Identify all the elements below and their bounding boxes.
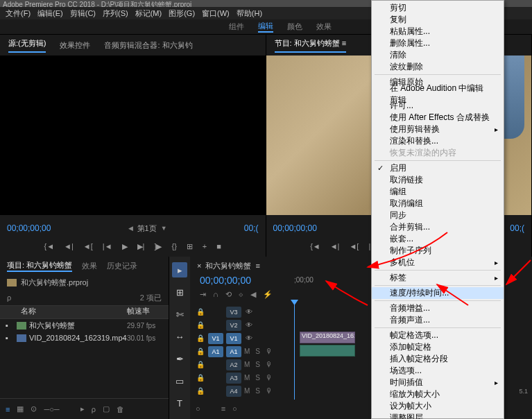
menu-item[interactable]: 编组 bbox=[372, 186, 504, 198]
menu-item[interactable]: 许可... bbox=[372, 100, 504, 112]
source-pager[interactable]: 第1页 bbox=[137, 223, 157, 234]
page-prev-icon[interactable]: ◀ bbox=[128, 225, 133, 232]
context-menu[interactable]: 剪切复制粘贴属性...删除属性...清除波纹删除编辑原始在 Adobe Audi… bbox=[371, 0, 504, 419]
project-row[interactable]: ▪和六舅钓螃蟹29.97 fps bbox=[0, 319, 169, 332]
menu-item[interactable]: 图形(G) bbox=[166, 8, 198, 19]
row-checkbox[interactable]: ▪ bbox=[0, 334, 14, 342]
track-control[interactable]: 🎙 bbox=[266, 387, 273, 395]
transport-button[interactable]: {◄ bbox=[310, 242, 320, 250]
project-tab[interactable]: 效果 bbox=[82, 261, 97, 271]
transport-button[interactable]: ▶ bbox=[122, 242, 128, 251]
track-control[interactable]: M bbox=[244, 374, 250, 382]
menu-item[interactable]: 标签 bbox=[372, 272, 504, 284]
track-target[interactable]: V1 bbox=[208, 333, 223, 344]
project-tool-icon[interactable]: ─○─ bbox=[44, 405, 59, 413]
track-label[interactable]: A2 bbox=[226, 359, 241, 370]
menu-item[interactable]: 帮助(H) bbox=[234, 8, 265, 19]
track-label[interactable]: V1 bbox=[226, 333, 241, 344]
menu-item[interactable]: 波纹删除 bbox=[372, 61, 504, 73]
lock-icon[interactable]: 🔒 bbox=[196, 348, 205, 355]
project-toolbar[interactable]: ≡▦⊙─○─▸ρ▢🗑 bbox=[0, 398, 169, 419]
menu-item[interactable]: 编辑(E) bbox=[35, 8, 66, 19]
transport-button[interactable]: ▶| bbox=[137, 242, 145, 251]
menu-item[interactable]: 窗口(W) bbox=[199, 8, 232, 19]
menu-item[interactable]: 使用 After Effects 合成替换 bbox=[372, 112, 504, 123]
tool-button[interactable]: ✄ bbox=[172, 307, 187, 322]
menu-item[interactable]: 合并剪辑... bbox=[372, 221, 504, 233]
workspace-tab[interactable]: 编辑 bbox=[258, 21, 273, 33]
timeline-option-icon[interactable]: ⇥ bbox=[200, 290, 206, 304]
eye-icon[interactable]: 👁 bbox=[244, 308, 254, 316]
menu-item[interactable]: 粘贴属性... bbox=[372, 26, 504, 37]
track-control[interactable]: M bbox=[244, 361, 250, 368]
project-tool-icon[interactable]: ▦ bbox=[17, 404, 24, 413]
menu-item[interactable]: 渲染和替换... bbox=[372, 135, 504, 147]
menu-item[interactable]: 序列(S) bbox=[100, 8, 131, 19]
tool-button[interactable]: T bbox=[172, 395, 187, 411]
menu-item[interactable]: 帧定格选项... bbox=[372, 330, 504, 341]
track-control[interactable]: S bbox=[255, 387, 260, 395]
source-tab[interactable]: 效果控件 bbox=[60, 40, 90, 51]
menu-item[interactable]: 文件(F) bbox=[3, 8, 33, 19]
tool-button[interactable]: ▸ bbox=[172, 262, 187, 277]
project-tool-icon[interactable]: ρ bbox=[92, 405, 96, 413]
menu-item[interactable]: 同步 bbox=[372, 210, 504, 221]
lock-icon[interactable]: 🔒 bbox=[196, 387, 205, 395]
eye-icon[interactable]: 👁 bbox=[244, 321, 254, 329]
search-icon[interactable]: ρ bbox=[7, 293, 11, 302]
track-control[interactable]: 🎙 bbox=[266, 348, 273, 355]
menu-item[interactable]: 在 Adobe Audition 中编辑剪辑 bbox=[372, 88, 504, 100]
timeline-option-icon[interactable]: ⟲ bbox=[225, 290, 232, 304]
menu-item[interactable]: 速度/持续时间... bbox=[372, 287, 504, 299]
source-tab[interactable]: 音频剪辑混合器: 和六舅钓 bbox=[104, 40, 192, 51]
track-label[interactable]: V3 bbox=[226, 307, 241, 318]
timeline-nav-icon[interactable]: ○ bbox=[232, 404, 237, 413]
timeline-nav-icon[interactable]: ○ bbox=[196, 404, 200, 413]
menu-item[interactable]: 使用剪辑替换 bbox=[372, 123, 504, 135]
lock-icon[interactable]: 🔒 bbox=[196, 308, 205, 316]
transport-button[interactable]: ◄| bbox=[64, 242, 74, 250]
track-control[interactable]: S bbox=[255, 361, 260, 368]
menu-item[interactable]: 添加帧定格 bbox=[372, 341, 504, 353]
timeline-option-icon[interactable]: ◀ bbox=[250, 290, 256, 304]
transport-button[interactable]: ◄[ bbox=[349, 242, 359, 250]
menu-item[interactable]: 制作子序列 bbox=[372, 245, 504, 257]
tool-button[interactable]: ▭ bbox=[172, 373, 187, 388]
workspace-tab[interactable]: 组件 bbox=[229, 22, 244, 32]
menu-item[interactable]: 缩放为帧大小 bbox=[372, 388, 504, 400]
tool-button[interactable]: ↔ bbox=[172, 329, 187, 344]
menu-item[interactable]: 插入帧定格分段 bbox=[372, 353, 504, 365]
track-control[interactable]: S bbox=[255, 374, 260, 382]
track-control[interactable]: S bbox=[255, 348, 260, 355]
tool-button[interactable]: ✒ bbox=[172, 351, 187, 366]
lock-icon[interactable]: 🔒 bbox=[196, 374, 205, 382]
project-tool-icon[interactable]: ≡ bbox=[6, 405, 10, 413]
video-clip[interactable]: VID_20180824_1623 bbox=[300, 332, 355, 343]
timeline-option-icon[interactable]: ∩ bbox=[213, 290, 218, 304]
timeline-option-icon[interactable]: ⟐ bbox=[239, 290, 243, 304]
menu-item[interactable]: 取消编组 bbox=[372, 198, 504, 210]
menu-item[interactable]: 嵌套... bbox=[372, 233, 504, 245]
lock-icon[interactable]: 🔒 bbox=[196, 321, 205, 329]
menu-item[interactable]: 音频增益... bbox=[372, 302, 504, 314]
source-tabs[interactable]: 源:(无剪辑)效果控件音频剪辑混合器: 和六舅钓 bbox=[0, 35, 266, 55]
track-target[interactable]: A1 bbox=[208, 346, 223, 357]
transport-button[interactable]: + bbox=[203, 242, 207, 250]
timeline-option-icon[interactable]: ⚡ bbox=[263, 290, 273, 304]
project-row[interactable]: ▪VID_20180824_162319.mp430.01 fps bbox=[0, 332, 169, 344]
menu-item[interactable]: 剪切 bbox=[372, 2, 504, 14]
track-label[interactable]: A1 bbox=[226, 346, 241, 357]
audio-clip[interactable] bbox=[300, 345, 355, 357]
menu-item[interactable]: 清除 bbox=[372, 49, 504, 61]
track-control[interactable]: 🎙 bbox=[266, 374, 273, 382]
track-control[interactable]: 🎙 bbox=[266, 361, 273, 368]
transport-button[interactable]: ■ bbox=[216, 242, 221, 250]
workspace-tab[interactable]: 颜色 bbox=[287, 22, 302, 32]
track-control[interactable]: M bbox=[244, 348, 250, 355]
project-tool-icon[interactable]: ⊙ bbox=[31, 404, 37, 413]
transport-button[interactable]: {} bbox=[171, 242, 176, 250]
transport-button[interactable]: ◄| bbox=[330, 242, 340, 250]
track-control[interactable]: M bbox=[244, 387, 250, 395]
lock-icon[interactable]: 🔒 bbox=[196, 334, 205, 342]
menu-item[interactable]: 取消链接 bbox=[372, 174, 504, 186]
